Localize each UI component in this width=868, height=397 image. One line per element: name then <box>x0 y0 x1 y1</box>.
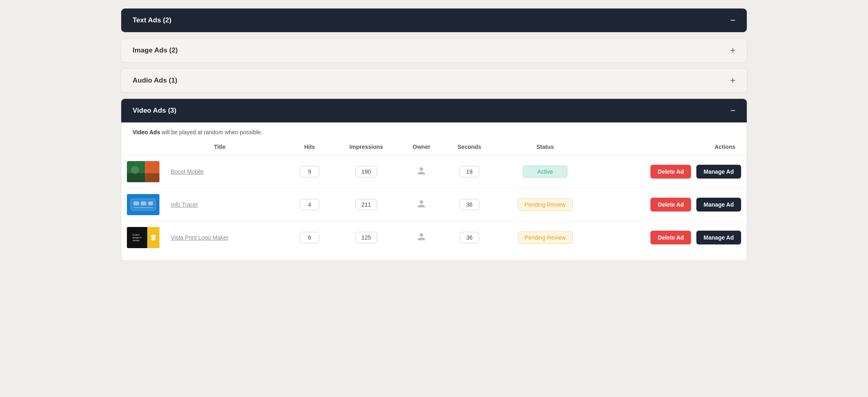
image-ads-section: Image Ads (2) + <box>121 38 747 63</box>
table-row: Info Tracer 4 211 <box>121 188 747 221</box>
seconds-badge-vista: 36 <box>460 232 479 243</box>
impressions-badge-info: 211 <box>355 199 377 210</box>
video-ads-section: Video Ads (3) − Video Ads will be played… <box>121 98 747 261</box>
td-actions-boost: Delete Ad Manage Ad <box>595 155 747 188</box>
hits-badge-boost: 9 <box>300 166 319 177</box>
svg-point-3 <box>131 166 139 174</box>
person-icon-vista <box>417 232 426 241</box>
td-seconds-boost: 19 <box>443 155 496 188</box>
table-row: Customdesigns inminutes <box>121 221 747 254</box>
thumbnail-info-tracer <box>127 194 159 215</box>
td-title-info: Info Tracer <box>165 188 286 221</box>
text-ads-section: Text Ads (2) − <box>121 8 747 33</box>
col-header-thumb <box>121 139 165 155</box>
col-header-status: Status <box>495 139 594 155</box>
video-ads-table: Title Hits Impressions Owner Seconds Sta… <box>121 139 747 254</box>
impressions-badge-vista: 125 <box>355 232 377 243</box>
status-badge-boost: Active <box>523 166 567 178</box>
vista-icon <box>150 234 157 241</box>
col-header-title: Title <box>165 139 286 155</box>
text-ads-toggle-icon: − <box>730 16 735 25</box>
text-ads-header[interactable]: Text Ads (2) − <box>121 9 747 32</box>
td-thumb-boost <box>121 155 165 188</box>
td-status-boost: Active <box>495 155 594 188</box>
td-impressions-vista: 125 <box>333 221 400 254</box>
svg-rect-6 <box>133 201 139 205</box>
thumb-vista-left: Customdesigns inminutes <box>127 227 147 248</box>
col-header-owner: Owner <box>400 139 443 155</box>
video-ads-body: Video Ads will be played at random when … <box>121 122 747 260</box>
td-hits-boost: 9 <box>286 155 332 188</box>
ad-title-link-vista[interactable]: Vista Print Logo Maker <box>171 234 228 241</box>
audio-ads-toggle-icon: + <box>730 76 735 85</box>
description-rest: will be played at random when possible. <box>160 129 262 135</box>
svg-rect-2 <box>127 173 159 182</box>
audio-ads-title: Audio Ads (1) <box>133 76 177 85</box>
description-bold: Video Ads <box>133 129 160 135</box>
table-row: Boost Mobile 9 190 <box>121 155 747 188</box>
audio-ads-section: Audio Ads (1) + <box>121 68 747 93</box>
manage-ad-button-boost[interactable]: Manage Ad <box>696 165 741 179</box>
hits-badge-info: 4 <box>300 199 319 210</box>
td-thumb-info <box>121 188 165 221</box>
thumb-svg-info <box>127 194 159 215</box>
svg-rect-9 <box>133 207 153 208</box>
col-header-impressions: Impressions <box>333 139 400 155</box>
td-actions-info: Delete Ad Manage Ad <box>595 188 747 221</box>
td-seconds-info: 36 <box>443 188 496 221</box>
person-icon-boost <box>417 166 426 175</box>
page-wrapper: Text Ads (2) − Image Ads (2) + Audio Ads… <box>121 8 747 261</box>
manage-ad-button-info[interactable]: Manage Ad <box>696 198 741 212</box>
audio-ads-header[interactable]: Audio Ads (1) + <box>121 69 747 92</box>
svg-rect-8 <box>148 201 153 205</box>
thumb-vista-right <box>147 227 159 248</box>
seconds-badge-boost: 19 <box>460 166 479 177</box>
image-ads-toggle-icon: + <box>730 46 735 55</box>
video-ads-description: Video Ads will be played at random when … <box>121 122 747 139</box>
seconds-badge-info: 36 <box>460 199 479 210</box>
table-header-row: Title Hits Impressions Owner Seconds Sta… <box>121 139 747 155</box>
image-ads-header[interactable]: Image Ads (2) + <box>121 39 747 62</box>
col-header-actions: Actions <box>595 139 747 155</box>
image-ads-title: Image Ads (2) <box>133 46 178 55</box>
status-badge-info: Pending Review <box>518 198 573 211</box>
td-title-boost: Boost Mobile <box>165 155 286 188</box>
col-header-hits: Hits <box>286 139 332 155</box>
video-ads-toggle-icon: − <box>730 106 735 115</box>
td-hits-vista: 6 <box>286 221 332 254</box>
delete-ad-button-vista[interactable]: Delete Ad <box>650 231 691 244</box>
td-title-vista: Vista Print Logo Maker <box>165 221 286 254</box>
thumbnail-boost-mobile <box>127 161 159 182</box>
thumb-svg-boost <box>127 161 159 182</box>
td-seconds-vista: 36 <box>443 221 496 254</box>
manage-ad-button-vista[interactable]: Manage Ad <box>696 231 741 244</box>
text-ads-title: Text Ads (2) <box>133 16 171 24</box>
td-impressions-boost: 190 <box>333 155 400 188</box>
hits-badge-vista: 6 <box>300 232 319 243</box>
td-owner-boost <box>400 155 443 188</box>
video-ads-title: Video Ads (3) <box>133 107 177 115</box>
delete-ad-button-boost[interactable]: Delete Ad <box>650 165 691 179</box>
thumb-vista-inner: Customdesigns inminutes <box>127 227 159 248</box>
td-status-info: Pending Review <box>495 188 594 221</box>
td-thumb-vista: Customdesigns inminutes <box>121 221 165 254</box>
td-owner-info <box>400 188 443 221</box>
status-badge-vista: Pending Review <box>518 231 573 244</box>
ad-title-link-info[interactable]: Info Tracer <box>171 201 198 208</box>
td-status-vista: Pending Review <box>495 221 594 254</box>
ad-title-link-boost[interactable]: Boost Mobile <box>171 168 204 175</box>
svg-rect-7 <box>141 201 146 205</box>
col-header-seconds: Seconds <box>443 139 496 155</box>
td-owner-vista <box>400 221 443 254</box>
video-ads-header[interactable]: Video Ads (3) − <box>121 99 747 122</box>
thumbnail-vista-print: Customdesigns inminutes <box>127 227 159 248</box>
td-actions-vista: Delete Ad Manage Ad <box>595 221 747 254</box>
delete-ad-button-info[interactable]: Delete Ad <box>650 198 691 212</box>
td-hits-info: 4 <box>286 188 332 221</box>
td-impressions-info: 211 <box>333 188 400 221</box>
impressions-badge-boost: 190 <box>355 166 377 177</box>
person-icon-info <box>417 199 426 208</box>
thumb-vista-text: Customdesigns inminutes <box>133 233 142 242</box>
